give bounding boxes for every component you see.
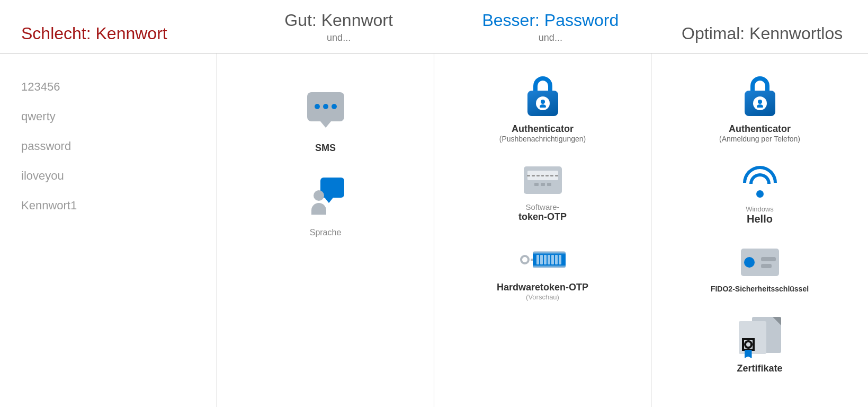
- token-btn: [534, 183, 539, 186]
- token-line: [555, 175, 558, 176]
- fido2-label: FIDO2-Sicherheitsschlüssel: [711, 285, 809, 293]
- token-line: [532, 175, 535, 176]
- token-btn: [547, 183, 551, 186]
- software-otp-label2: token-OTP: [518, 211, 567, 223]
- sprache-container: [307, 178, 344, 215]
- auth-software-otp: Software- token-OTP: [445, 164, 640, 223]
- windows-hello-label-main: Hello: [747, 213, 773, 225]
- list-item: Kennwort1: [21, 199, 206, 213]
- hardware-otp-label: Hardwaretoken-OTP: [497, 282, 588, 293]
- wifi-dot: [756, 190, 764, 198]
- auth-zertifikate: Zertifikate: [662, 314, 857, 374]
- hw-line: [548, 255, 550, 264]
- col-besser: Authenticator (Pushbenachrichtigungen): [434, 54, 651, 407]
- col-gut: SMS Sprache: [217, 54, 434, 407]
- sms-dot: [332, 104, 337, 109]
- sms-dot: [323, 104, 328, 109]
- auth-authenticator-push: Authenticator (Pushbenachrichtigungen): [445, 75, 640, 143]
- software-otp-labels: Software- token-OTP: [518, 202, 567, 223]
- svg-point-2: [758, 100, 762, 104]
- person-figure: [311, 190, 326, 215]
- header-col2: Gut: Kennwort und...: [233, 11, 445, 48]
- person-svg2: [756, 99, 764, 108]
- lock-phone-icon: [742, 76, 777, 116]
- hw-token-container: [520, 251, 566, 268]
- header-title-gut: Gut: Kennwort: [233, 11, 445, 30]
- header-col1: Schlecht: Kennwort: [0, 24, 233, 48]
- hw-key-stem: [531, 259, 533, 261]
- fido2-icon: [737, 246, 782, 278]
- token-line: [536, 175, 540, 176]
- authenticator-push-icon: [523, 75, 562, 117]
- col-optimal: Authenticator (Anmeldung per Telefon) Wi…: [651, 54, 868, 407]
- token-line: [545, 175, 549, 176]
- windows-hello-label-top: Windows: [746, 205, 774, 213]
- hw-line: [551, 255, 554, 264]
- header-col3: Besser: Password und...: [445, 11, 657, 48]
- hardware-otp-preview: (Vorschau): [526, 293, 559, 301]
- wifi-icon: [741, 166, 778, 198]
- list-item: 123456: [21, 80, 206, 94]
- sms-icon: [305, 85, 347, 128]
- auth-sprache: Sprache: [228, 175, 423, 237]
- list-item: password: [21, 139, 206, 153]
- header-title-optimal: Optimal: Kennwortlos: [656, 24, 868, 43]
- cert-fold: [773, 317, 781, 325]
- cert-inner-circle: [744, 340, 753, 349]
- fido-lines: [761, 257, 776, 268]
- header-title-schlecht: Schlecht: Kennwort: [21, 24, 233, 43]
- cert-ribbon: [745, 350, 752, 358]
- zertifikate-icon: [737, 314, 782, 357]
- hw-line: [544, 255, 547, 264]
- token-btn: [541, 183, 545, 186]
- col-schlecht: 123456 qwerty password iloveyou Kennwort…: [0, 54, 217, 407]
- hardware-otp-icon: [516, 244, 569, 276]
- authenticator-phone-label: Authenticator: [729, 123, 791, 135]
- auth-hardware-otp: Hardwaretoken-OTP (Vorschau): [445, 244, 640, 301]
- header-subtitle-besser: und...: [445, 32, 657, 43]
- authenticator-push-sublabel: (Pushbenachrichtigungen): [499, 135, 586, 143]
- person-head: [314, 190, 324, 201]
- fido-line: [761, 264, 772, 268]
- auth-fido2: FIDO2-Sicherheitsschlüssel: [662, 246, 857, 293]
- password-list: 123456 qwerty password iloveyou Kennwort…: [11, 69, 206, 213]
- list-item: iloveyou: [21, 169, 206, 183]
- person-body: [311, 203, 326, 215]
- fido-line: [761, 257, 776, 261]
- lock-shackle2: [750, 76, 769, 91]
- token-line: [541, 175, 544, 176]
- windows-hello-icon: [739, 164, 781, 199]
- auth-sms: SMS: [228, 85, 423, 154]
- header: Schlecht: Kennwort Gut: Kennwort und... …: [0, 0, 868, 54]
- sprache-icon: [305, 175, 347, 217]
- lock-person2: [753, 96, 767, 110]
- svg-point-3: [757, 104, 763, 108]
- hw-line: [536, 255, 539, 264]
- cert-medal: [742, 338, 755, 358]
- cert-circle: [742, 338, 755, 351]
- lock-person: [536, 96, 550, 110]
- authenticator-push-label: Authenticator: [512, 123, 574, 135]
- lock-shackle: [533, 76, 552, 91]
- hw-line: [555, 255, 558, 264]
- header-subtitle-gut: und...: [233, 32, 445, 43]
- token-line: [527, 175, 530, 176]
- token-device: [524, 166, 562, 194]
- hw-line: [540, 255, 543, 264]
- auth-windows-hello: Windows Hello: [662, 164, 857, 225]
- header-col4: Optimal: Kennwortlos: [656, 24, 868, 48]
- hw-line: [559, 255, 561, 264]
- hw-token-body: [533, 251, 566, 268]
- header-title-besser: Besser: Password: [445, 11, 657, 30]
- fido-key: [741, 249, 779, 276]
- authenticator-phone-sublabel: (Anmeldung per Telefon): [719, 135, 800, 143]
- token-line: [550, 175, 553, 176]
- zertifikate-label: Zertifikate: [737, 363, 782, 374]
- sms-label: SMS: [315, 143, 336, 154]
- lock-body2: [745, 91, 775, 116]
- sms-dot: [315, 104, 320, 109]
- sprache-label: Sprache: [310, 228, 342, 237]
- software-otp-label1: Software-: [518, 202, 567, 211]
- token-buttons: [534, 183, 551, 186]
- token-screen: [527, 171, 558, 180]
